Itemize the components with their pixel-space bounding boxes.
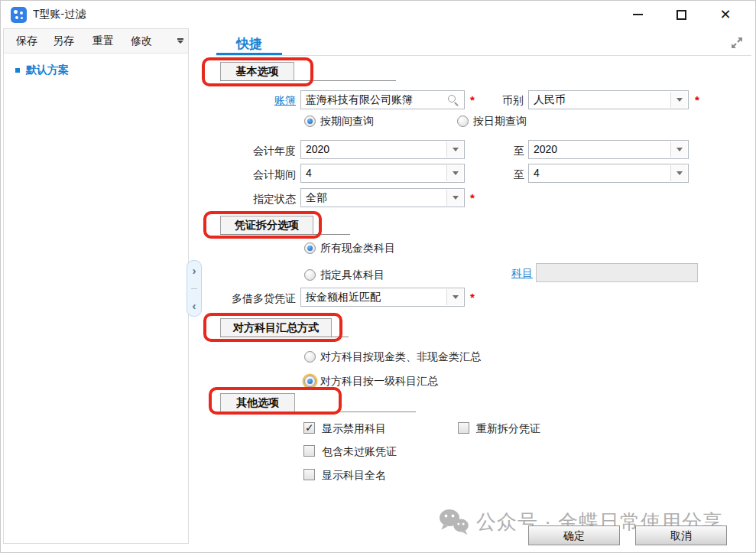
status-combobox[interactable]: 全部	[300, 188, 465, 207]
ok-button[interactable]: 确定	[528, 525, 620, 545]
group-underline	[220, 411, 416, 412]
required-marker: *	[470, 191, 475, 204]
fiscal-year-to-value: 2020	[534, 143, 557, 155]
currency-label: 币别	[444, 93, 524, 107]
save-as-button[interactable]: 另存	[53, 34, 74, 48]
close-icon: ✕	[719, 8, 731, 21]
dropdown-arrow-icon[interactable]	[446, 142, 463, 158]
group-header-other-options: 其他选项	[220, 393, 295, 412]
ledger-label: 账簿	[216, 93, 296, 107]
subject-label: 科目	[511, 266, 533, 280]
cancel-button[interactable]: 取消	[635, 525, 727, 545]
radio-specific-subjects[interactable]	[304, 269, 316, 281]
to-label: 至	[514, 168, 524, 181]
radio-first-level-summary-label: 对方科目按一级科目汇总	[320, 375, 438, 389]
panel-splitter[interactable]: › ‹	[187, 260, 202, 317]
status-label: 指定状态	[216, 192, 296, 206]
checkbox-show-disabled-subjects-label: 显示禁用科目	[322, 422, 386, 436]
fiscal-period-label: 会计期间	[216, 168, 296, 181]
radio-by-period[interactable]	[304, 115, 316, 127]
checkbox-resplit-vouchers-label: 重新拆分凭证	[476, 422, 540, 436]
checkbox-show-full-name-label: 显示科目全名	[322, 469, 386, 483]
checkbox-resplit-vouchers[interactable]	[458, 422, 469, 434]
toolbar-overflow-icon[interactable]	[177, 38, 183, 44]
ledger-link[interactable]: 账簿	[274, 94, 296, 106]
currency-combobox[interactable]: 人民币	[528, 90, 689, 109]
group-header-voucher-split: 凭证拆分选项	[220, 216, 313, 235]
ledger-input[interactable]: 蓝海科技有限公司账簿	[300, 90, 465, 109]
dropdown-arrow-icon[interactable]	[446, 289, 463, 305]
checkbox-include-unposted[interactable]	[303, 445, 315, 457]
multi-dc-combobox[interactable]: 按金额相近匹配	[300, 288, 465, 307]
radio-by-date[interactable]	[457, 115, 469, 127]
default-scheme-label: 默认方案	[26, 63, 69, 77]
radio-by-date-label: 按日期查询	[473, 115, 527, 128]
multi-dc-value: 按金额相近匹配	[306, 291, 381, 303]
scheme-toolbar: 保存 另存 重置 修改	[4, 29, 188, 54]
radio-cash-noncash-summary[interactable]	[304, 351, 316, 363]
required-marker: *	[470, 291, 475, 304]
currency-value: 人民币	[534, 93, 566, 106]
radio-by-period-label: 按期间查询	[320, 115, 374, 128]
checkbox-show-disabled-subjects[interactable]	[303, 422, 315, 434]
group-underline	[220, 234, 350, 235]
dropdown-arrow-icon[interactable]	[670, 92, 687, 108]
fiscal-year-to-combobox[interactable]: 2020	[528, 140, 689, 159]
status-value: 全部	[306, 191, 327, 203]
group-underline	[220, 80, 396, 81]
fiscal-period-value: 4	[306, 167, 312, 179]
fiscal-period-to-combobox[interactable]: 4	[528, 164, 689, 183]
dialog-window: T型账-过滤 ✕ 保存 另存 重置 修改 默认方案 › ‹ 快捷	[0, 0, 756, 553]
maximize-button[interactable]	[665, 3, 697, 26]
chevron-right-icon[interactable]: ›	[193, 265, 196, 276]
scheme-panel: 保存 另存 重置 修改 默认方案	[3, 28, 189, 544]
minimize-button[interactable]	[621, 3, 654, 26]
subject-input[interactable]	[536, 263, 698, 282]
minimize-icon	[633, 14, 643, 15]
sidebar-item-default-scheme[interactable]: 默认方案	[4, 63, 188, 80]
expand-icon[interactable]	[728, 34, 745, 51]
fiscal-year-combobox[interactable]: 2020	[300, 140, 465, 159]
wechat-icon	[438, 508, 470, 535]
maximize-icon	[677, 10, 686, 20]
save-button[interactable]: 保存	[16, 34, 37, 48]
reset-button[interactable]: 重置	[92, 34, 114, 48]
ledger-value: 蓝海科技有限公司账簿	[306, 93, 413, 106]
checkbox-include-unposted-label: 包含未过账凭证	[322, 445, 397, 459]
group-header-counterpart-summary: 对方科目汇总方式	[220, 318, 332, 337]
fiscal-period-to-value: 4	[534, 167, 540, 179]
fiscal-year-value: 2020	[306, 143, 329, 155]
required-marker: *	[695, 93, 699, 106]
dropdown-arrow-icon[interactable]	[670, 165, 687, 181]
to-label: 至	[514, 144, 524, 158]
window-title: T型账-过滤	[33, 8, 86, 21]
group-underline	[220, 337, 349, 337]
bullet-icon	[15, 68, 20, 73]
checkbox-show-full-name[interactable]	[303, 469, 315, 480]
dropdown-arrow-icon[interactable]	[446, 165, 463, 181]
tab-quick[interactable]: 快捷	[216, 35, 282, 53]
dropdown-arrow-icon[interactable]	[446, 190, 463, 206]
splitter-divider	[191, 288, 197, 289]
subject-link[interactable]: 科目	[511, 267, 533, 279]
fiscal-period-combobox[interactable]: 4	[300, 164, 465, 183]
close-button[interactable]: ✕	[709, 3, 741, 26]
radio-all-cash-subjects[interactable]	[304, 242, 316, 254]
group-header-basic: 基本选项	[220, 62, 294, 81]
app-icon	[11, 7, 27, 23]
radio-all-cash-subjects-label: 所有现金类科目	[320, 242, 395, 255]
chevron-left-icon[interactable]: ‹	[193, 301, 196, 311]
modify-button[interactable]: 修改	[131, 34, 152, 48]
radio-cash-noncash-summary-label: 对方科目按现金类、非现金类汇总	[320, 350, 481, 364]
title-bar: T型账-过滤 ✕	[1, 1, 755, 28]
radio-first-level-summary[interactable]	[304, 376, 316, 387]
dropdown-arrow-icon[interactable]	[670, 142, 687, 158]
radio-specific-subjects-label: 指定具体科目	[320, 268, 384, 282]
fiscal-year-label: 会计年度	[216, 144, 296, 158]
multi-dc-label: 多借多贷凭证	[216, 291, 296, 305]
tab-strip-divider	[216, 55, 751, 56]
